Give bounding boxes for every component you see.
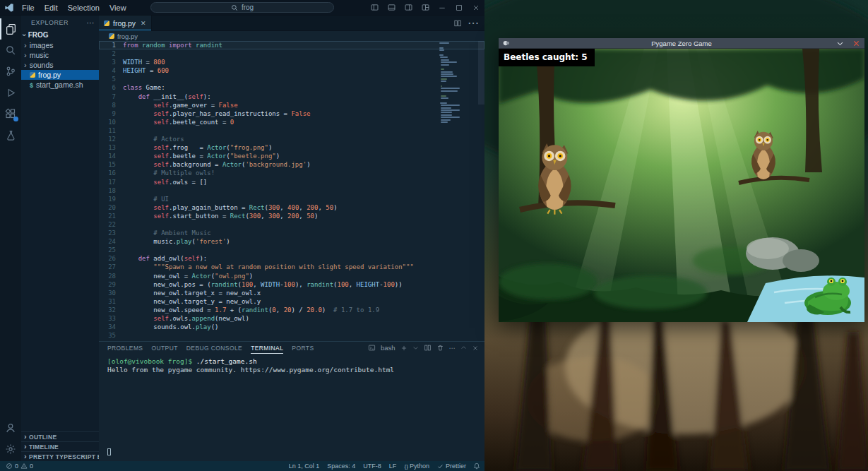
code-line-34[interactable]: 34 sounds.owl.play() [99, 323, 484, 331]
code-line-32[interactable]: 32 new_owl.speed = 1.7 + (randint(0, 20)… [99, 306, 484, 314]
code-line-20[interactable]: 20 self.play_again_button = Rect(300, 40… [99, 203, 484, 212]
explorer-root-folder[interactable]: › FROG [21, 30, 99, 40]
code-line-19[interactable]: 19 # UI [99, 195, 484, 203]
code-line-13[interactable]: 13 self.frog = Actor("frog.png") [99, 143, 484, 152]
section-timeline[interactable]: ›TIMELINE [21, 441, 99, 451]
breadcrumb[interactable]: frog.py [99, 31, 484, 41]
panel-tab-debug-console[interactable]: DEBUG CONSOLE [186, 342, 242, 354]
sidebar-more-actions-icon[interactable]: ⋯ [87, 18, 95, 28]
code-line-11[interactable]: 11 [99, 126, 484, 135]
pygame-close-button[interactable] [852, 40, 860, 47]
activity-account-icon[interactable] [0, 417, 21, 439]
code-line-10[interactable]: 10 self.beetle_count = 0 [99, 118, 484, 126]
code-line-24[interactable]: 24 music.play('forest') [99, 237, 484, 246]
notifications-bell-icon[interactable] [473, 463, 480, 470]
pygame-minimize-button[interactable] [836, 40, 844, 47]
menu-file[interactable]: File [17, 4, 40, 12]
activity-explorer-icon[interactable] [0, 18, 21, 40]
activity-run-debug-icon[interactable] [0, 82, 21, 103]
code-line-15[interactable]: 15 self.background = Actor('background.j… [99, 160, 484, 169]
editor-scrollbar[interactable] [478, 41, 484, 105]
code-line-31[interactable]: 31 new_owl.target_y = new_owl.y [99, 297, 484, 306]
activity-settings-icon[interactable] [0, 439, 21, 460]
code-line-6[interactable]: 6class Game: [99, 83, 484, 92]
window-minimize-button[interactable] [434, 0, 451, 15]
toggle-panel-bottom-icon[interactable] [383, 0, 400, 15]
code-line-21[interactable]: 21 self.start_button = Rect(300, 300, 20… [99, 212, 484, 220]
status-lf[interactable]: LF [389, 463, 397, 470]
window-close-button[interactable] [468, 0, 484, 15]
activity-testing-icon[interactable] [0, 124, 21, 145]
terminal[interactable]: [olof@vivobook frog]$ ./start_game.shHel… [99, 354, 484, 461]
explorer-item-sounds[interactable]: ›sounds [21, 60, 99, 70]
kill-terminal-trash-icon[interactable] [436, 344, 444, 352]
section-pretty-typescript-error[interactable]: ›PRETTY TYPESCRIPT ERROR [21, 451, 99, 461]
code-line-5[interactable]: 5 [99, 75, 484, 83]
code-line-27[interactable]: 27 """Spawn a new owl at random position… [99, 263, 484, 271]
tab-frog-py[interactable]: frog.py ✕ [99, 16, 152, 30]
command-center-search[interactable]: frog [150, 2, 334, 13]
status-prettier[interactable]: Prettier [437, 463, 466, 470]
toggle-panel-left-icon[interactable] [366, 0, 383, 15]
window-maximize-button[interactable] [451, 0, 468, 15]
status-python[interactable]: { }Python [404, 463, 429, 470]
code-line-25[interactable]: 25 [99, 246, 484, 254]
close-panel-icon[interactable] [472, 345, 479, 352]
menu-edit[interactable]: Edit [40, 4, 63, 12]
status-ln-1-col-1[interactable]: Ln 1, Col 1 [289, 463, 320, 470]
code-line-22[interactable]: 22 [99, 220, 484, 229]
game-canvas[interactable]: Beetles caught: 5 [499, 49, 864, 322]
minimap[interactable] [439, 42, 460, 126]
code-line-8[interactable]: 8 self.game_over = False [99, 101, 484, 109]
new-terminal-icon[interactable] [400, 345, 408, 352]
code-line-9[interactable]: 9 self.player_has_read_instructions = Fa… [99, 109, 484, 118]
split-editor-icon[interactable] [453, 19, 462, 28]
editor-more-actions-icon[interactable]: ⋯ [468, 16, 479, 30]
menu-selection[interactable]: Selection [63, 4, 105, 12]
minimap-line [441, 61, 457, 63]
code-line-4[interactable]: 4HEIGHT = 600 [99, 66, 484, 75]
code-line-35[interactable]: 35 [99, 331, 484, 340]
code-line-26[interactable]: 26 def add_owl(self): [99, 254, 484, 263]
activity-source-control-icon[interactable] [0, 61, 21, 82]
customize-layout-icon[interactable] [417, 0, 434, 15]
terminal-dropdown-icon[interactable] [412, 345, 419, 351]
menu-view[interactable]: View [105, 4, 131, 12]
panel-tab-ports[interactable]: PORTS [292, 342, 314, 354]
code-editor[interactable]: 1from random import randint23WIDTH = 800… [99, 41, 484, 341]
code-line-3[interactable]: 3WIDTH = 800 [99, 58, 484, 66]
status-spaces-4[interactable]: Spaces: 4 [327, 463, 355, 470]
code-line-14[interactable]: 14 self.beetle = Actor("beetle.png") [99, 152, 484, 160]
code-line-28[interactable]: 28 new_owl = Actor("owl.png") [99, 272, 484, 280]
panel-tab-problems[interactable]: PROBLEMS [107, 342, 143, 354]
code-line-30[interactable]: 30 new_owl.target_x = new_owl.x [99, 289, 484, 297]
tab-close-icon[interactable]: ✕ [141, 20, 146, 27]
problems-indicator[interactable]: 0 0 [6, 463, 33, 470]
section-outline[interactable]: ›OUTLINE [21, 431, 99, 441]
status-utf-8[interactable]: UTF-8 [363, 463, 381, 470]
split-terminal-icon[interactable] [424, 344, 432, 352]
code-line-18[interactable]: 18 [99, 186, 484, 195]
vscode-titlebar[interactable]: FileEditSelectionView frog [0, 0, 484, 16]
code-line-16[interactable]: 16 # Multiple owls! [99, 169, 484, 177]
maximize-panel-icon[interactable] [460, 345, 467, 351]
code-line-12[interactable]: 12 # Actors [99, 135, 484, 143]
code-line-1[interactable]: 1from random import randint [99, 41, 484, 49]
panel-more-actions-icon[interactable]: ⋯ [449, 344, 456, 352]
code-line-23[interactable]: 23 # Ambient Music [99, 229, 484, 237]
explorer-item-frog-py[interactable]: frog.py [21, 70, 99, 80]
code-line-17[interactable]: 17 self.owls = [] [99, 178, 484, 186]
explorer-item-music[interactable]: ›music [21, 50, 99, 60]
code-line-29[interactable]: 29 new_owl.pos = (randint(100, WIDTH-100… [99, 280, 484, 289]
code-line-7[interactable]: 7 def __init__(self): [99, 93, 484, 101]
code-line-2[interactable]: 2 [99, 49, 484, 58]
pygame-titlebar[interactable]: Pygame Zero Game [499, 38, 864, 49]
panel-tab-output[interactable]: OUTPUT [151, 342, 177, 354]
activity-extensions-icon[interactable] [0, 103, 21, 124]
activity-search-icon[interactable] [0, 40, 21, 61]
explorer-item-start-game-sh[interactable]: $start_game.sh [21, 80, 99, 90]
code-line-33[interactable]: 33 self.owls.append(new_owl) [99, 314, 484, 323]
explorer-item-images[interactable]: ›images [21, 40, 99, 50]
panel-tab-terminal[interactable]: TERMINAL [251, 342, 283, 354]
toggle-panel-right-icon[interactable] [400, 0, 417, 15]
